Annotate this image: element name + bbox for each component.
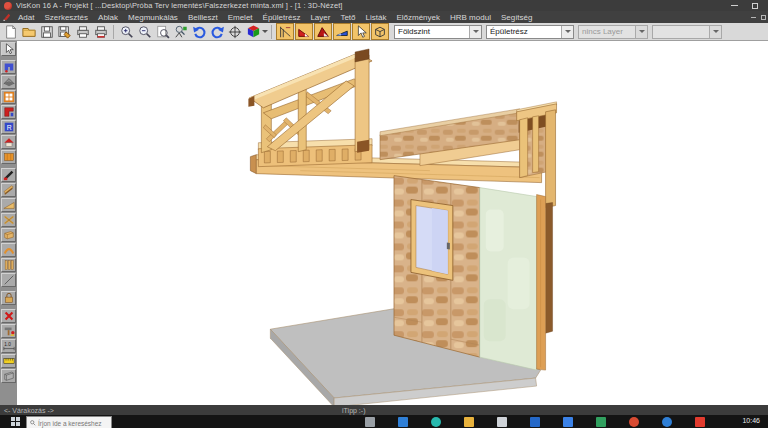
window[interactable] bbox=[411, 200, 453, 281]
new-button[interactable] bbox=[2, 23, 20, 40]
tool-delete-button[interactable] bbox=[1, 309, 16, 323]
minimize-icon[interactable] bbox=[731, 5, 738, 6]
tool-select-button[interactable] bbox=[1, 42, 16, 56]
house-icon bbox=[3, 136, 15, 148]
osb-deck-band[interactable] bbox=[380, 109, 520, 166]
search-placeholder: Írjon ide a kereséshez bbox=[38, 420, 102, 427]
toolbar-separator bbox=[268, 25, 272, 39]
menu-item-emelet[interactable]: Emelet bbox=[223, 13, 258, 22]
cursor-icon bbox=[354, 25, 368, 39]
app-icon[interactable] bbox=[695, 417, 705, 427]
printer-marked-icon bbox=[94, 25, 108, 39]
app-icon[interactable] bbox=[596, 417, 606, 427]
building-part-select[interactable]: Épületrész bbox=[486, 25, 574, 39]
truss-frame[interactable] bbox=[248, 49, 372, 153]
wood-edge-strip[interactable] bbox=[537, 195, 546, 371]
menu-item-ablak[interactable]: Ablak bbox=[93, 13, 123, 22]
zoom-auto-button[interactable] bbox=[172, 23, 190, 40]
status-bar: <- Várakozás -> iTipp :-) bbox=[0, 405, 768, 415]
menu-item-elozmenyek[interactable]: Előzmények bbox=[391, 13, 445, 22]
mdi-minimize-icon[interactable] bbox=[751, 17, 756, 18]
zoom-in-button[interactable] bbox=[118, 23, 136, 40]
storey-select[interactable]: Földszint bbox=[394, 25, 482, 39]
tool-planking-button[interactable] bbox=[1, 183, 16, 197]
roof-blue-icon bbox=[335, 25, 349, 39]
menu-item-listak[interactable]: Listák bbox=[361, 13, 392, 22]
redo-button[interactable] bbox=[208, 23, 226, 40]
tool-block-r-button[interactable]: R bbox=[1, 120, 16, 134]
app-icon[interactable] bbox=[629, 417, 639, 427]
tool-corner-wall-button[interactable] bbox=[1, 105, 16, 119]
tool-ruler-button[interactable] bbox=[1, 354, 16, 368]
undo-button[interactable] bbox=[190, 23, 208, 40]
measure-reference-button[interactable] bbox=[276, 23, 294, 40]
tool-clamp-button[interactable] bbox=[1, 291, 16, 305]
roof-tool-red-small-button[interactable] bbox=[295, 23, 313, 40]
roof-red-icon bbox=[316, 25, 330, 39]
app-icon[interactable] bbox=[464, 417, 474, 427]
select-cursor-button[interactable] bbox=[352, 23, 370, 40]
print-button[interactable] bbox=[74, 23, 92, 40]
start-button[interactable] bbox=[11, 417, 20, 426]
tool-cutting-button[interactable] bbox=[1, 168, 16, 182]
zoom-window-icon bbox=[156, 25, 170, 39]
app-logo-icon bbox=[4, 2, 12, 10]
app-icon[interactable] bbox=[563, 417, 573, 427]
maximize-icon[interactable] bbox=[752, 3, 758, 9]
app-icon[interactable] bbox=[431, 417, 441, 427]
menu-item-szerkesztes[interactable]: Szerkesztés bbox=[39, 13, 93, 22]
menu-item-epuletresz[interactable]: Épületrész bbox=[258, 13, 306, 22]
tool-panel-wall-button[interactable] bbox=[1, 150, 16, 164]
tool-repair-button[interactable] bbox=[1, 324, 16, 338]
tool-wall-button[interactable] bbox=[1, 60, 16, 74]
roof-tool-blue-button[interactable] bbox=[333, 23, 351, 40]
green-panel[interactable] bbox=[480, 188, 537, 370]
viewport-3d[interactable] bbox=[17, 41, 768, 405]
app-icon[interactable] bbox=[398, 417, 408, 427]
tool-window-button[interactable] bbox=[1, 90, 16, 104]
cube-3d-button[interactable] bbox=[244, 23, 262, 40]
menu-item-megmunkalas[interactable]: Megmunkálás bbox=[123, 13, 183, 22]
tool-house-button[interactable] bbox=[1, 135, 16, 149]
taskbar-search-input[interactable]: Írjon ide a kereséshez bbox=[26, 416, 112, 428]
menu-item-adat[interactable]: Adat bbox=[13, 13, 39, 22]
app-icon[interactable] bbox=[365, 417, 375, 427]
dimension-icon: 1.0 bbox=[3, 340, 15, 352]
toolbar: Földszint Épületrész nincs Layer bbox=[0, 23, 768, 41]
menu-item-layer[interactable]: Layer bbox=[305, 13, 335, 22]
wall-icon bbox=[3, 61, 15, 73]
mdi-restore-icon[interactable] bbox=[761, 15, 766, 20]
save-as-button[interactable] bbox=[56, 23, 74, 40]
menu-item-beilleszt[interactable]: Beilleszt bbox=[183, 13, 223, 22]
zoom-window-button[interactable] bbox=[154, 23, 172, 40]
app-icon[interactable] bbox=[530, 417, 540, 427]
app-icon[interactable] bbox=[662, 417, 672, 427]
center-view-button[interactable] bbox=[226, 23, 244, 40]
tool-studs-button[interactable] bbox=[1, 258, 16, 272]
tool-steel-beam-button[interactable] bbox=[1, 369, 16, 383]
roof-tool-red-button[interactable] bbox=[314, 23, 332, 40]
zoom-out-button[interactable] bbox=[136, 23, 154, 40]
tool-timber-cut-button[interactable] bbox=[1, 198, 16, 212]
svg-text:R: R bbox=[6, 124, 11, 131]
tool-arc-button[interactable] bbox=[1, 243, 16, 257]
status-tip: iTipp :-) bbox=[342, 407, 365, 414]
menu-item-hrb-modul[interactable]: HRB modul bbox=[445, 13, 496, 22]
print-marked-button[interactable] bbox=[92, 23, 110, 40]
menu-item-teto[interactable]: Tető bbox=[335, 13, 360, 22]
save-button[interactable] bbox=[38, 23, 56, 40]
cursor-icon bbox=[3, 43, 15, 55]
view-box-3d-button[interactable] bbox=[371, 23, 389, 40]
open-button[interactable] bbox=[20, 23, 38, 40]
view-box-3d-icon bbox=[373, 25, 387, 39]
hammer-icon bbox=[3, 325, 15, 337]
tool-line-button[interactable] bbox=[1, 273, 16, 287]
printer-icon bbox=[76, 25, 90, 39]
app-icon[interactable] bbox=[497, 417, 507, 427]
tool-dimension-button[interactable]: 1.0 bbox=[1, 339, 16, 353]
studs-icon bbox=[3, 259, 15, 271]
tool-roof-button[interactable] bbox=[1, 75, 16, 89]
tool-beam-3d-button[interactable] bbox=[1, 228, 16, 242]
menu-item-segitseg[interactable]: Segítség bbox=[496, 13, 538, 22]
tool-timber-joint-button[interactable] bbox=[1, 213, 16, 227]
